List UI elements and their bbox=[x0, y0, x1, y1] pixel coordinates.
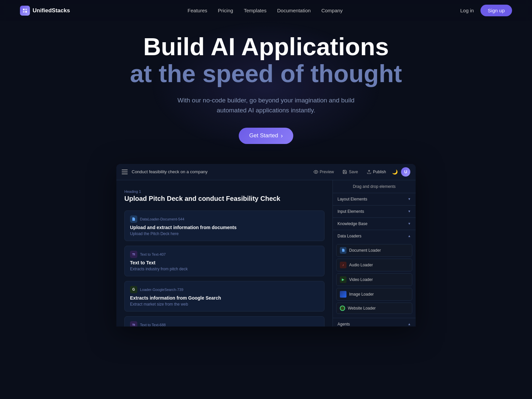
document-loader-icon bbox=[340, 247, 346, 254]
card-id-3: Text to Text-688 bbox=[140, 323, 166, 327]
get-started-button[interactable]: Get Started › bbox=[239, 128, 294, 144]
sidebar-section-input-header[interactable]: Input Elements ▼ bbox=[333, 205, 416, 217]
sidebar-item-document-loader[interactable]: Document Loader bbox=[336, 244, 412, 257]
nav-templates[interactable]: Templates bbox=[244, 8, 266, 13]
logo[interactable]: UnifiedStacks bbox=[20, 6, 70, 16]
sidebar-item-image-loader[interactable]: Image Loader bbox=[336, 288, 412, 301]
card-icon-txt: Tt bbox=[130, 251, 137, 258]
card-header-0: DataLoader-Document-544 bbox=[130, 215, 319, 223]
publish-button[interactable]: Publish bbox=[364, 168, 389, 176]
publish-icon bbox=[367, 170, 371, 174]
logo-icon bbox=[20, 6, 30, 16]
svg-point-4 bbox=[315, 171, 317, 173]
card-id-0: DataLoader-Document-544 bbox=[140, 217, 184, 221]
arrow-icon: › bbox=[281, 132, 283, 139]
preview-button[interactable]: Preview bbox=[311, 168, 337, 176]
dataloaders-items: Document Loader ♪ Audio Loader ▶ Video L… bbox=[333, 242, 416, 318]
chevron-down-icon-2: ▼ bbox=[408, 209, 411, 213]
page-heading-label: Heading 1 bbox=[124, 190, 325, 194]
card-desc-2: Extract market size from the web bbox=[130, 302, 319, 307]
sidebar-item-video-loader[interactable]: ▶ Video Loader bbox=[336, 273, 412, 286]
hero-subtitle: With our no-code builder, go beyond your… bbox=[173, 95, 359, 116]
sidebar-section-layout-header[interactable]: Layout Elements ▼ bbox=[333, 193, 416, 205]
topbar-left: Conduct feasibility check on a company bbox=[122, 169, 207, 174]
signup-button[interactable]: Sign up bbox=[480, 5, 512, 16]
card-title-2: Extracts information from Google Search bbox=[130, 295, 319, 301]
website-loader-icon bbox=[340, 306, 345, 311]
sidebar-section-dataloaders: Data Loaders ▲ Document Loader bbox=[333, 230, 416, 318]
card-title-0: Upload and extract information from docu… bbox=[130, 225, 319, 230]
save-button[interactable]: Save bbox=[340, 168, 360, 176]
eye-icon bbox=[314, 170, 318, 174]
sidebar-item-website-loader[interactable]: Website Loader bbox=[336, 303, 412, 314]
app-preview: Conduct feasibility check on a company P… bbox=[116, 164, 416, 327]
nav-links: Features Pricing Templates Documentation… bbox=[188, 8, 343, 14]
app-main: Heading 1 Upload Pitch Deck and conduct … bbox=[116, 180, 332, 327]
workflow-card-0[interactable]: DataLoader-Document-544 Upload and extra… bbox=[124, 210, 325, 241]
card-desc-0: Upload the Pitch Deck here bbox=[130, 231, 319, 236]
page-heading-title: Upload Pitch Deck and conduct Feasibilit… bbox=[124, 195, 325, 202]
card-header-1: Tt Text to Text-407 bbox=[130, 251, 319, 258]
audio-loader-icon: ♪ bbox=[340, 262, 346, 268]
svg-rect-3 bbox=[25, 11, 27, 13]
card-icon-doc bbox=[130, 215, 137, 223]
card-id-1: Text to Text-407 bbox=[140, 252, 166, 256]
app-sidebar: Drag and drop elements Layout Elements ▼… bbox=[332, 180, 416, 327]
sidebar-drag-header: Drag and drop elements bbox=[333, 180, 416, 193]
save-icon bbox=[342, 170, 347, 174]
workflow-card-2[interactable]: G Loader-GoogleSearch-739 Extracts infor… bbox=[124, 281, 325, 312]
sidebar-section-agents-header[interactable]: Agents ▲ bbox=[333, 318, 416, 327]
nav-pricing[interactable]: Pricing bbox=[218, 8, 233, 13]
sidebar-section-agents: Agents ▲ G Google Search W Wikipedia Loa… bbox=[333, 318, 416, 327]
hero-section: Build AI Applications at the speed of th… bbox=[0, 0, 532, 157]
nav-documentation[interactable]: Documentation bbox=[277, 8, 311, 13]
sidebar-section-kb-header[interactable]: Knowledge Base ▼ bbox=[333, 218, 416, 230]
card-title-1: Text to Text bbox=[130, 260, 319, 265]
card-id-2: Loader-GoogleSearch-739 bbox=[140, 288, 183, 292]
video-loader-icon: ▶ bbox=[340, 276, 346, 283]
nav-company[interactable]: Company bbox=[321, 8, 342, 13]
chevron-down-icon: ▼ bbox=[408, 197, 411, 201]
logo-text: UnifiedStacks bbox=[33, 7, 70, 14]
theme-toggle-icon[interactable]: 🌙 bbox=[392, 169, 398, 175]
nav-features[interactable]: Features bbox=[188, 8, 207, 13]
sidebar-section-layout: Layout Elements ▼ bbox=[333, 193, 416, 205]
login-button[interactable]: Log in bbox=[460, 8, 474, 13]
app-topbar: Conduct feasibility check on a company P… bbox=[116, 164, 416, 180]
app-body: Heading 1 Upload Pitch Deck and conduct … bbox=[116, 180, 416, 327]
hero-title-line2: at the speed of thought bbox=[130, 60, 402, 87]
svg-rect-1 bbox=[25, 9, 27, 10]
card-desc-1: Extracts industry from pitch deck bbox=[130, 267, 319, 271]
card-header-2: G Loader-GoogleSearch-739 bbox=[130, 286, 319, 293]
navbar: UnifiedStacks Features Pricing Templates… bbox=[0, 0, 532, 21]
user-avatar[interactable]: U bbox=[401, 167, 410, 177]
chevron-up-icon: ▲ bbox=[408, 234, 411, 238]
card-header-3: Tt Text to Text-688 bbox=[130, 321, 319, 327]
chevron-down-icon-3: ▼ bbox=[408, 222, 411, 225]
svg-rect-2 bbox=[23, 11, 25, 13]
sidebar-section-dataloaders-header[interactable]: Data Loaders ▲ bbox=[333, 230, 416, 242]
topbar-right: Preview Save Publish 🌙 U bbox=[311, 167, 410, 177]
chevron-up-icon-2: ▲ bbox=[408, 322, 411, 326]
hamburger-icon[interactable] bbox=[122, 170, 128, 174]
nav-actions: Log in Sign up bbox=[460, 5, 512, 16]
workflow-card-1[interactable]: Tt Text to Text-407 Text to Text Extract… bbox=[124, 246, 325, 276]
workflow-card-3[interactable]: Tt Text to Text-688 Text to Text Generat… bbox=[124, 316, 325, 327]
hero-title-line1: Build AI Applications bbox=[143, 33, 389, 61]
card-icon-txt2: Tt bbox=[130, 321, 137, 327]
sidebar-section-kb: Knowledge Base ▼ bbox=[333, 218, 416, 230]
image-loader-icon bbox=[340, 291, 346, 298]
sidebar-section-input: Input Elements ▼ bbox=[333, 205, 416, 218]
svg-rect-0 bbox=[23, 9, 25, 10]
hero-title: Build AI Applications at the speed of th… bbox=[0, 33, 532, 87]
app-title: Conduct feasibility check on a company bbox=[132, 169, 207, 174]
sidebar-item-audio-loader[interactable]: ♪ Audio Loader bbox=[336, 259, 412, 271]
card-icon-google: G bbox=[130, 286, 137, 293]
